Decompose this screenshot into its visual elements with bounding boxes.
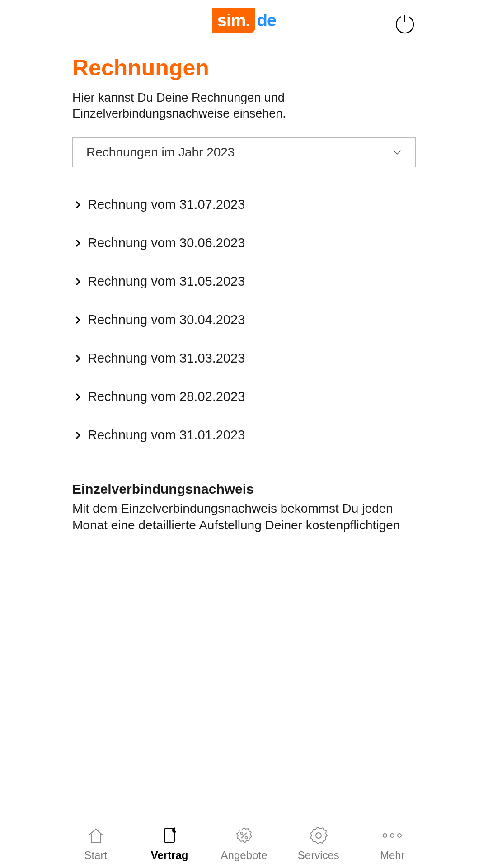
chevron-right-icon xyxy=(76,393,80,401)
evn-section-title: Einzelverbindungsnachweis xyxy=(72,481,416,497)
dropdown-selected-label: Rechnungen im Jahr 2023 xyxy=(86,145,235,160)
app-header: sim. de xyxy=(59,0,429,41)
invoice-label: Rechnung vom 31.01.2023 xyxy=(88,428,245,443)
invoice-label: Rechnung vom 31.07.2023 xyxy=(88,197,245,212)
chevron-right-icon xyxy=(76,240,80,247)
chevron-down-icon xyxy=(393,150,402,155)
power-icon xyxy=(394,13,415,34)
invoice-item[interactable]: Rechnung vom 30.04.2023 xyxy=(72,301,416,339)
invoice-item[interactable]: Rechnung vom 30.06.2023 xyxy=(72,224,416,262)
logo-de-part: de xyxy=(257,11,276,30)
invoice-label: Rechnung vom 28.02.2023 xyxy=(88,389,245,404)
page-subtitle: Hier kannst Du Deine Rechnungen und Einz… xyxy=(72,90,416,122)
year-dropdown[interactable]: Rechnungen im Jahr 2023 xyxy=(72,137,416,167)
logo: sim. de xyxy=(212,8,276,33)
chevron-right-icon xyxy=(76,316,80,324)
invoice-item[interactable]: Rechnung vom 31.01.2023 xyxy=(72,416,416,454)
page-title: Rechnungen xyxy=(72,55,416,81)
logo-sim-part: sim. xyxy=(212,8,255,33)
chevron-right-icon xyxy=(76,278,80,285)
invoice-label: Rechnung vom 30.06.2023 xyxy=(88,236,245,250)
evn-section-text: Mit dem Einzelverbindungsnachweis bekomm… xyxy=(72,500,416,533)
invoice-item[interactable]: Rechnung vom 28.02.2023 xyxy=(72,377,416,416)
invoice-label: Rechnung vom 31.03.2023 xyxy=(88,351,245,366)
invoice-label: Rechnung vom 30.04.2023 xyxy=(88,312,245,327)
chevron-right-icon xyxy=(76,201,80,208)
invoice-item[interactable]: Rechnung vom 31.05.2023 xyxy=(72,262,416,301)
invoice-list: Rechnung vom 31.07.2023 Rechnung vom 30.… xyxy=(72,185,416,454)
chevron-right-icon xyxy=(76,432,80,439)
chevron-right-icon xyxy=(76,355,80,362)
invoice-label: Rechnung vom 31.05.2023 xyxy=(88,274,245,289)
invoice-item[interactable]: Rechnung vom 31.03.2023 xyxy=(72,339,416,377)
power-button[interactable] xyxy=(394,13,416,34)
invoice-item[interactable]: Rechnung vom 31.07.2023 xyxy=(72,185,416,224)
main-content: Rechnungen Hier kannst Du Deine Rechnung… xyxy=(59,41,429,588)
